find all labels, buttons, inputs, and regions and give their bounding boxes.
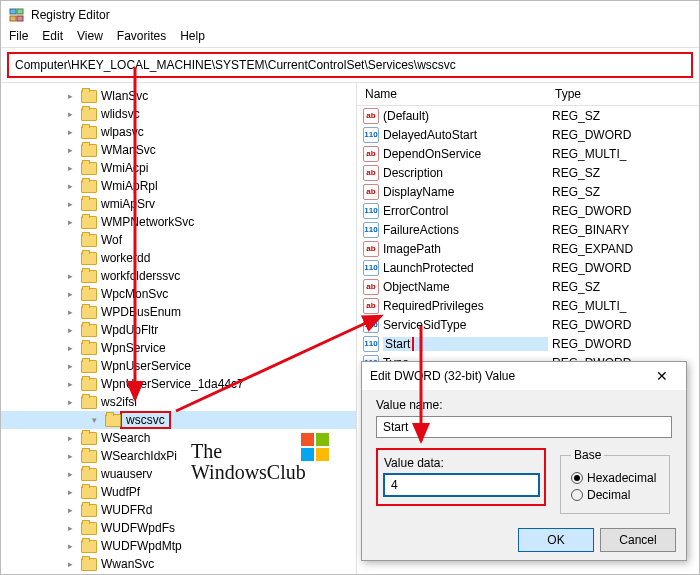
value-row-delayedautostart[interactable]: 110DelayedAutoStartREG_DWORD	[357, 125, 699, 144]
value-row-objectname[interactable]: abObjectNameREG_SZ	[357, 277, 699, 296]
tree-item-wudfwpdfs[interactable]: ▸WUDFWpdFs	[1, 519, 356, 537]
expander-icon[interactable]: ▸	[65, 271, 75, 281]
tree-item-wlidsvc[interactable]: ▸wlidsvc	[1, 105, 356, 123]
watermark-logo	[301, 433, 331, 463]
tree-label: workerdd	[101, 251, 150, 265]
expander-icon[interactable]: ▸	[65, 217, 75, 227]
tree-item-wmiaprpl[interactable]: ▸WmiApRpl	[1, 177, 356, 195]
tree-item-wpnuserservice_1da44c7[interactable]: ▸WpnUserService_1da44c7	[1, 375, 356, 393]
value-row-description[interactable]: abDescriptionREG_SZ	[357, 163, 699, 182]
col-type[interactable]: Type	[547, 87, 699, 101]
value-row-default[interactable]: ab(Default)REG_SZ	[357, 106, 699, 125]
expander-icon[interactable]: ▸	[65, 91, 75, 101]
expander-icon[interactable]: ▸	[65, 163, 75, 173]
expander-icon[interactable]: ▸	[65, 199, 75, 209]
folder-icon	[81, 432, 97, 445]
tree-label: WpdUpFltr	[101, 323, 158, 337]
tree-item-wmiapsrv[interactable]: ▸wmiApSrv	[1, 195, 356, 213]
tree-label: WPDBusEnum	[101, 305, 181, 319]
expander-icon[interactable]: ▸	[65, 469, 75, 479]
menu-favorites[interactable]: Favorites	[117, 29, 166, 43]
tree-label: WManSvc	[101, 143, 156, 157]
expander-icon[interactable]: ▸	[65, 523, 75, 533]
expander-icon[interactable]: ▸	[65, 559, 75, 569]
valuedata-field[interactable]	[384, 474, 539, 496]
folder-icon	[81, 450, 97, 463]
number-value-icon: 110	[363, 336, 379, 352]
tree-item-wlpasvc[interactable]: ▸wlpasvc	[1, 123, 356, 141]
expander-icon[interactable]: ▸	[65, 181, 75, 191]
tree-pane[interactable]: ▸WlanSvc▸wlidsvc▸wlpasvc▸WManSvc▸WmiAcpi…	[1, 83, 356, 575]
menu-help[interactable]: Help	[180, 29, 205, 43]
tree-item-wmansvc[interactable]: ▸WManSvc	[1, 141, 356, 159]
menu-file[interactable]: File	[9, 29, 28, 43]
menu-view[interactable]: View	[77, 29, 103, 43]
value-type: REG_DWORD	[548, 337, 699, 351]
expander-icon[interactable]: ▸	[65, 325, 75, 335]
tree-item-wwansvc[interactable]: ▸WwanSvc	[1, 555, 356, 573]
expander-icon[interactable]: ▾	[89, 415, 99, 425]
expander-icon[interactable]: ▸	[65, 487, 75, 497]
ok-button[interactable]: OK	[518, 528, 594, 552]
radio-dec[interactable]	[571, 489, 583, 501]
tree-item-wudfwpdmtp[interactable]: ▸WUDFWpdMtp	[1, 537, 356, 555]
tree-item-wmiacpi[interactable]: ▸WmiAcpi	[1, 159, 356, 177]
valuename-field[interactable]	[376, 416, 672, 438]
tree-item-wudfrd[interactable]: ▸WUDFRd	[1, 501, 356, 519]
radio-hex-row[interactable]: Hexadecimal	[571, 471, 659, 485]
tree-label: wmiApSrv	[101, 197, 155, 211]
expander-icon[interactable]: ▸	[65, 433, 75, 443]
expander-icon[interactable]: ▸	[65, 379, 75, 389]
tree-item-wpdupfltr[interactable]: ▸WpdUpFltr	[1, 321, 356, 339]
expander-icon[interactable]: ▸	[65, 505, 75, 515]
tree-item-wpdbusenum[interactable]: ▸WPDBusEnum	[1, 303, 356, 321]
expander-icon[interactable]: ▸	[65, 307, 75, 317]
expander-icon[interactable]: ▸	[65, 361, 75, 371]
folder-icon	[81, 126, 97, 139]
valuedata-group: Value data:	[376, 448, 546, 506]
value-row-imagepath[interactable]: abImagePathREG_EXPAND	[357, 239, 699, 258]
tree-item-workerdd[interactable]: workerdd	[1, 249, 356, 267]
tree-item-wof[interactable]: Wof	[1, 231, 356, 249]
cancel-button[interactable]: Cancel	[600, 528, 676, 552]
tree-item-wpcmonsvc[interactable]: ▸WpcMonSvc	[1, 285, 356, 303]
tree-label: WSearchIdxPi	[101, 449, 177, 463]
tree-item-wpnuserservice[interactable]: ▸WpnUserService	[1, 357, 356, 375]
number-value-icon: 110	[363, 203, 379, 219]
expander-icon[interactable]: ▸	[65, 289, 75, 299]
close-icon[interactable]: ✕	[646, 368, 678, 384]
menu-edit[interactable]: Edit	[42, 29, 63, 43]
radio-hex[interactable]	[571, 472, 583, 484]
svg-rect-2	[10, 16, 16, 21]
expander-icon[interactable]: ▸	[65, 541, 75, 551]
expander-icon[interactable]: ▸	[65, 343, 75, 353]
value-name: (Default)	[383, 109, 548, 123]
expander-icon[interactable]: ▸	[65, 397, 75, 407]
tree-item-workfolderssvc[interactable]: ▸workfolderssvc	[1, 267, 356, 285]
expander-icon[interactable]: ▸	[65, 451, 75, 461]
folder-icon	[81, 360, 97, 373]
value-row-launchprotected[interactable]: 110LaunchProtectedREG_DWORD	[357, 258, 699, 277]
value-row-failureactions[interactable]: 110FailureActionsREG_BINARY	[357, 220, 699, 239]
tree-item-ws2ifsl[interactable]: ▸ws2ifsl	[1, 393, 356, 411]
tree-item-wudfpf[interactable]: ▸WudfPf	[1, 483, 356, 501]
value-row-displayname[interactable]: abDisplayNameREG_SZ	[357, 182, 699, 201]
tree-item-wlansvc[interactable]: ▸WlanSvc	[1, 87, 356, 105]
tree-item-wscsvc[interactable]: ▾wscsvc	[1, 411, 356, 429]
radio-dec-row[interactable]: Decimal	[571, 488, 659, 502]
tree-item-wpnservice[interactable]: ▸WpnService	[1, 339, 356, 357]
col-name[interactable]: Name	[357, 87, 547, 101]
expander-icon[interactable]: ▸	[65, 127, 75, 137]
folder-icon	[81, 234, 97, 247]
value-row-start[interactable]: 110StartREG_DWORD	[357, 334, 699, 353]
value-row-dependonservice[interactable]: abDependOnServiceREG_MULTI_	[357, 144, 699, 163]
value-row-requiredprivileges[interactable]: abRequiredPrivilegesREG_MULTI_	[357, 296, 699, 315]
expander-icon[interactable]: ▸	[65, 109, 75, 119]
tree-item-wmpnetworksvc[interactable]: ▸WMPNetworkSvc	[1, 213, 356, 231]
address-bar[interactable]	[7, 52, 693, 78]
string-value-icon: ab	[363, 279, 379, 295]
value-row-servicesidtype[interactable]: 110ServiceSidTypeREG_DWORD	[357, 315, 699, 334]
folder-icon	[81, 108, 97, 121]
value-row-errorcontrol[interactable]: 110ErrorControlREG_DWORD	[357, 201, 699, 220]
expander-icon[interactable]: ▸	[65, 145, 75, 155]
